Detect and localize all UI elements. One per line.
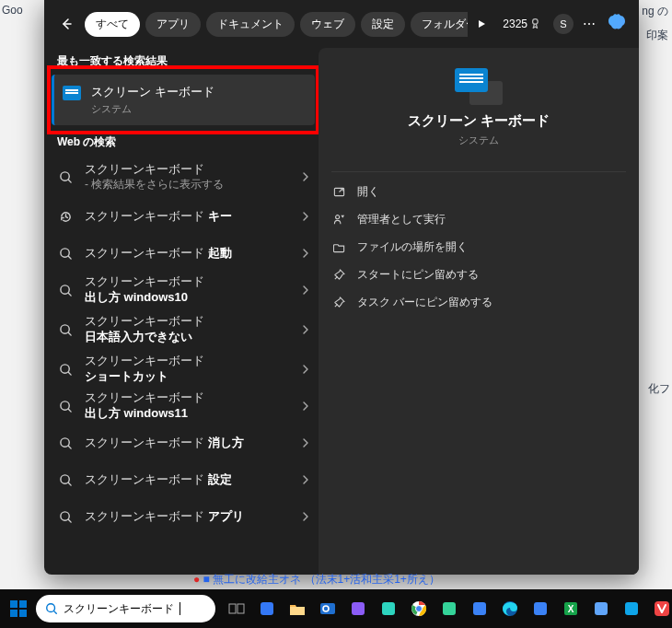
taskbar-apps: X: [223, 595, 672, 622]
suggestion-label: スクリーンキーボード 出し方 windows10: [85, 274, 289, 306]
chevron-right-icon: [298, 325, 313, 334]
account-avatar[interactable]: S: [553, 14, 574, 34]
chevron-right-icon: [298, 285, 313, 295]
taskbar-app-taskview[interactable]: [223, 595, 250, 622]
taskbar-app-edge[interactable]: [496, 595, 524, 622]
chevron-right-icon: [298, 212, 313, 221]
taskbar-app-app5[interactable]: [466, 595, 493, 622]
suggestion-label: スクリーンキーボード 出し方 windows11: [85, 390, 289, 422]
taskbar-app-app7[interactable]: [587, 595, 615, 622]
results-list: 最も一致する検索結果 スクリーン キーボード システム Web の検索 スクリー…: [44, 48, 319, 575]
start-button[interactable]: [4, 594, 32, 623]
svg-rect-36: [655, 601, 669, 616]
tab-settings[interactable]: 設定: [361, 12, 405, 37]
suggestion-label: スクリーンキーボードキー: [85, 209, 289, 225]
search-panel: すべて アプリ ドキュメント ウェブ 設定 フォルダー 写 2325 S ⋯: [44, 0, 639, 575]
taskbar-app-app6[interactable]: [527, 595, 554, 622]
svg-rect-24: [382, 602, 395, 615]
taskbar-app-app3[interactable]: [375, 595, 402, 622]
search-icon: [55, 400, 75, 413]
windows-icon: [9, 599, 28, 618]
action-folder[interactable]: ファイルの場所を開く: [331, 233, 626, 261]
svg-rect-34: [595, 602, 608, 615]
taskbar-app-app2[interactable]: [344, 595, 372, 622]
action-pin[interactable]: スタートにピン留めする: [331, 261, 626, 288]
svg-rect-28: [443, 602, 456, 615]
svg-text:X: X: [568, 604, 574, 614]
search-icon: [55, 323, 75, 337]
tab-documents[interactable]: ドキュメント: [206, 12, 295, 37]
keyboard-icon: [63, 86, 81, 100]
admin-icon: [331, 214, 346, 226]
search-suggestion[interactable]: スクリーンキーボード ショートカット: [52, 351, 319, 388]
taskbar-app-excel[interactable]: X: [557, 595, 585, 622]
search-suggestion[interactable]: スクリーンキーボードアプリ: [52, 498, 319, 535]
rewards-points-value: 2325: [503, 17, 527, 30]
search-suggestion[interactable]: スクリーンキーボードキー: [52, 198, 319, 235]
svg-rect-17: [229, 604, 236, 613]
search-icon: [55, 284, 75, 297]
svg-rect-35: [625, 602, 638, 615]
taskbar-search[interactable]: スクリーンキーボード: [36, 595, 215, 622]
svg-point-0: [533, 19, 539, 25]
search-suggestion[interactable]: スクリーンキーボード 出し方 windows10: [52, 272, 319, 308]
action-admin[interactable]: 管理者として実行: [331, 205, 626, 233]
search-suggestion[interactable]: スクリーンキーボード 日本語入力できない: [52, 308, 319, 351]
preview-subtitle: システム: [458, 134, 499, 147]
more-button[interactable]: ⋯: [583, 17, 597, 31]
action-label: スタートにピン留めする: [357, 267, 479, 283]
taskbar-app-app4[interactable]: [435, 595, 463, 622]
filter-tabs: すべて アプリ ドキュメント ウェブ 設定 フォルダー 写: [85, 12, 468, 37]
svg-rect-31: [534, 602, 547, 615]
search-suggestion[interactable]: スクリーンキーボード 起動: [52, 235, 319, 272]
chevron-right-icon: [298, 475, 313, 484]
copilot-button[interactable]: [606, 12, 630, 36]
action-label: ファイルの場所を開く: [357, 239, 468, 255]
tab-web[interactable]: ウェブ: [300, 12, 355, 37]
suggestion-label: スクリーンキーボード ショートカット: [85, 354, 289, 385]
tab-apps[interactable]: アプリ: [145, 12, 201, 37]
search-icon: [55, 247, 75, 261]
bg-fragment-text: ● ■ 無工に改給主オネ （法末1+活和主采1+所え）: [193, 572, 525, 587]
search-icon: [55, 510, 75, 524]
search-input-text: スクリーンキーボード: [64, 601, 174, 617]
search-icon: [55, 363, 75, 377]
search-suggestion[interactable]: スクリーンキーボード 消し方: [52, 424, 319, 461]
back-button[interactable]: [52, 9, 81, 39]
action-open[interactable]: 開く: [331, 178, 626, 205]
svg-rect-13: [19, 600, 27, 608]
search-suggestion[interactable]: スクリーンキーボード - 検索結果をさらに表示する: [52, 156, 319, 198]
taskbar-app-app1[interactable]: [253, 595, 281, 622]
search-suggestion[interactable]: スクリーンキーボード 出し方 windows11: [52, 388, 319, 424]
taskbar-app-outlook[interactable]: [314, 595, 342, 622]
web-search-label: Web の検索: [57, 134, 319, 150]
chevron-right-icon: [298, 365, 313, 374]
taskbar-app-explorer[interactable]: [284, 595, 311, 622]
suggestion-label: スクリーンキーボード - 検索結果をさらに表示する: [85, 162, 289, 192]
taskbar: スクリーンキーボード X: [0, 589, 672, 628]
tabs-overflow-button[interactable]: [471, 14, 492, 34]
action-pin[interactable]: タスク バーにピン留めする: [331, 288, 626, 316]
bg-text: 化フ: [648, 381, 670, 397]
pin-icon: [331, 269, 346, 281]
svg-rect-12: [10, 600, 17, 608]
action-label: タスク バーにピン留めする: [357, 295, 492, 310]
rewards-points[interactable]: 2325: [503, 17, 544, 30]
suggestion-label: スクリーンキーボードアプリ: [85, 509, 289, 525]
chevron-right-icon: [298, 438, 313, 448]
best-match-item[interactable]: スクリーン キーボード システム: [52, 75, 315, 125]
rewards-icon: [531, 17, 544, 30]
preview-app-icon: [455, 68, 503, 105]
best-match-subtitle: システム: [91, 102, 306, 116]
action-label: 管理者として実行: [357, 212, 446, 227]
bg-text: Goo: [2, 4, 23, 17]
tab-all[interactable]: すべて: [85, 12, 140, 37]
search-suggestion[interactable]: スクリーンキーボード 設定: [52, 461, 319, 498]
suggestion-label: スクリーンキーボード 起動: [85, 246, 289, 262]
tab-folders[interactable]: フォルダー: [411, 12, 468, 37]
svg-rect-15: [19, 610, 27, 617]
preview-pane: スクリーン キーボード システム 開く管理者として実行ファイルの場所を開くスター…: [319, 48, 639, 575]
taskbar-app-app8[interactable]: [618, 595, 645, 622]
taskbar-app-vivaldi[interactable]: [648, 595, 672, 622]
taskbar-app-chrome[interactable]: [405, 595, 433, 622]
